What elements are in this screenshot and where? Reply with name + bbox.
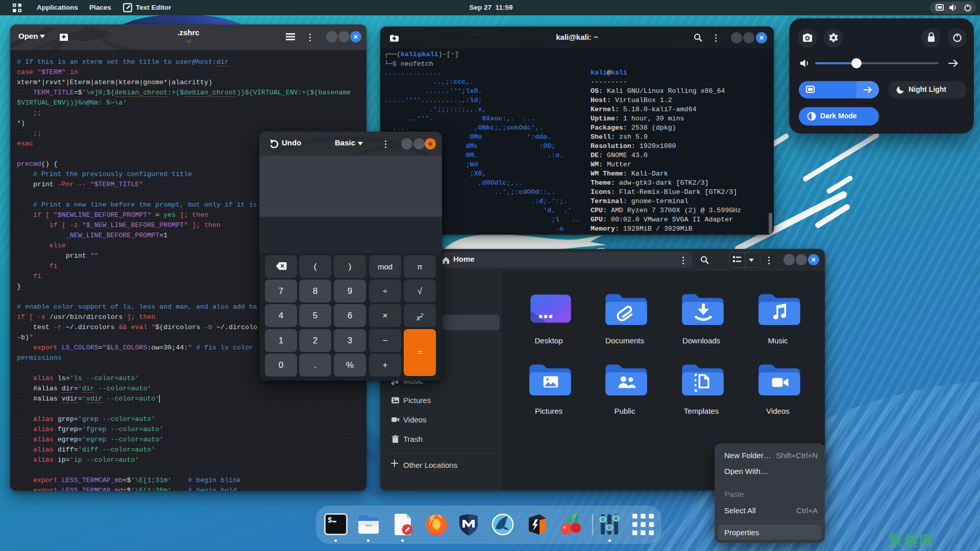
svg-text:$: $	[328, 516, 332, 524]
